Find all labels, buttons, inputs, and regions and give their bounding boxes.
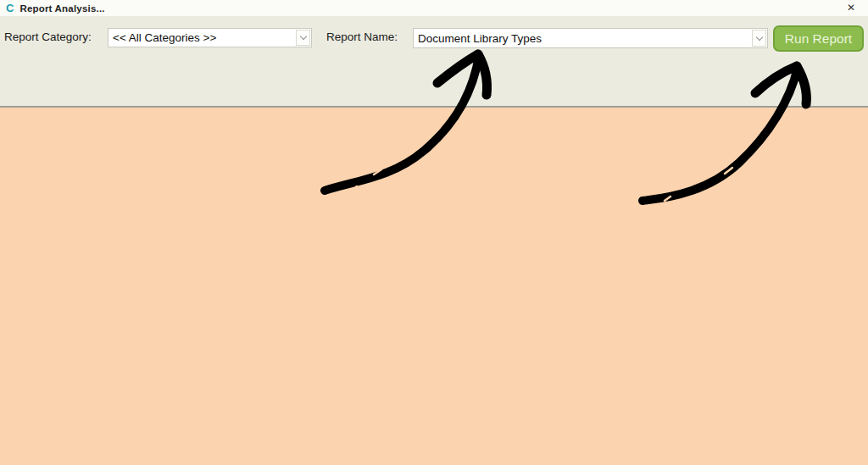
titlebar: C Report Analysis... ✕ [0, 0, 868, 16]
app-logo-icon: C [6, 3, 14, 14]
report-name-dropdown[interactable]: Document Library Types [413, 28, 768, 48]
report-category-dropdown-button [296, 30, 310, 46]
report-name-label: Report Name: [326, 30, 398, 43]
window-title: Report Analysis... [19, 3, 104, 14]
chevron-down-icon [755, 33, 762, 40]
chevron-down-icon [299, 33, 306, 40]
report-category-dropdown[interactable]: << All Categories >> [108, 28, 312, 47]
report-name-dropdown-button [752, 30, 766, 47]
close-icon[interactable]: ✕ [843, 1, 859, 14]
report-content-area [0, 108, 868, 465]
report-category-label: Report Category: [4, 30, 92, 43]
report-name-value: Document Library Types [414, 32, 752, 45]
run-report-button[interactable]: Run Report [773, 25, 864, 52]
report-category-value: << All Categories >> [108, 31, 296, 44]
report-analysis-window: C Report Analysis... ✕ Report Category: … [0, 0, 868, 465]
toolbar: Report Category: << All Categories >> Re… [0, 16, 868, 108]
